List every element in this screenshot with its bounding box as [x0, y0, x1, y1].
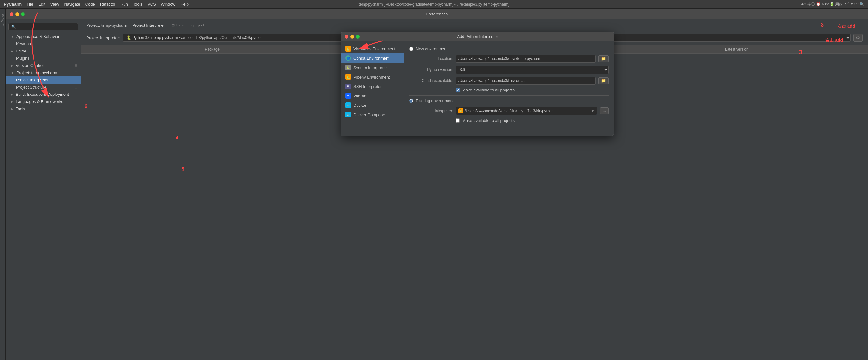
- traffic-lights: [10, 12, 25, 16]
- interpreter-dropdown[interactable]: 🐍 /Users/z▪▪▪▪naconda3/envs/sina_py_tf1-…: [456, 107, 597, 115]
- menu-refactor[interactable]: Refactor: [100, 2, 115, 7]
- left-strip: 1: Project: [0, 9, 6, 360]
- dialog-content: New environment Location: 📁 Python versi…: [404, 41, 614, 136]
- sidebar-item-label: Project Interpreter: [16, 78, 49, 82]
- expand-icon: ▶: [11, 93, 13, 96]
- breadcrumb-parent: Project: temp-pycharm: [86, 23, 127, 28]
- sidebar-item-label: Appearance & Behavior: [16, 34, 59, 39]
- location-label: Location:: [409, 57, 453, 61]
- expand-icon: ▶: [11, 107, 13, 111]
- system-icon: 🐍: [345, 65, 351, 71]
- dialog-nav: 🐍 Virtualenv Environment 🔵 Conda Environ…: [341, 41, 404, 136]
- menu-edit[interactable]: Edit: [38, 2, 45, 7]
- sidebar-item-build[interactable]: ▶ Build, Execution, Deployment: [6, 91, 81, 98]
- make-available-label: Make available to all projects: [462, 88, 515, 92]
- nav-docker[interactable]: 🐳 Docker: [341, 101, 404, 110]
- new-environment-radio[interactable]: [409, 47, 413, 51]
- sidebar-item-languages[interactable]: ▶ Languages & Frameworks: [6, 98, 81, 105]
- sidebar-item-project[interactable]: ▼ Project: temp-pycharm ⊞: [6, 69, 81, 76]
- interpreter-dropdown-value: /Users/z▪▪▪▪naconda3/envs/sina_py_tf1-13…: [465, 109, 554, 113]
- breadcrumb-current: Project Interpreter: [132, 23, 165, 28]
- preferences-title: Preferences: [426, 11, 448, 16]
- location-input[interactable]: [456, 55, 596, 62]
- nav-docker-compose[interactable]: 🐳 Docker Compose: [341, 110, 404, 119]
- sidebar-item-label: Languages & Frameworks: [16, 99, 63, 104]
- window-title: temp-pycharm [~/Desktop/code-graduate/te…: [359, 2, 509, 7]
- sidebar-item-editor[interactable]: ▶ Editor: [6, 48, 81, 55]
- for-current-project: ⊞ For current project: [172, 23, 204, 27]
- nav-label: SSH Interpreter: [353, 84, 382, 89]
- menu-window[interactable]: Window: [161, 2, 175, 7]
- add-interpreter-dialog: Add Python Interpreter 🐍 Virtualenv Envi…: [341, 32, 614, 136]
- conda-icon: 🔵: [345, 55, 351, 61]
- make-available2-row: Make available to all projects: [409, 118, 609, 123]
- expand-icon: ▼: [11, 71, 14, 75]
- nav-virtualenv[interactable]: 🐍 Virtualenv Environment: [341, 44, 404, 53]
- dialog-body: 🐍 Virtualenv Environment 🔵 Conda Environ…: [341, 41, 614, 136]
- menu-code[interactable]: Code: [85, 2, 95, 7]
- maximize-button[interactable]: [21, 12, 25, 16]
- menu-view[interactable]: View: [50, 2, 59, 7]
- dialog-close-button[interactable]: [345, 35, 348, 39]
- virtualenv-icon: 🐍: [345, 46, 351, 52]
- conda-executable-label: Conda executable:: [409, 79, 453, 83]
- preferences-titlebar: Preferences: [6, 9, 868, 19]
- close-button[interactable]: [10, 12, 13, 16]
- menu-file[interactable]: File: [27, 2, 33, 7]
- sidebar-item-label: Build, Execution, Deployment: [16, 92, 69, 97]
- preferences-body: ▼ Appearance & Behavior Keymap ▶ Editor …: [6, 19, 868, 360]
- expand-icon: ▶: [11, 64, 13, 67]
- make-available2-label: Make available to all projects: [462, 118, 515, 123]
- nav-pipenv[interactable]: 🐍 Pipenv Environment: [341, 72, 404, 82]
- pipenv-icon: 🐍: [345, 74, 351, 80]
- sidebar-item-plugins[interactable]: Plugins: [6, 55, 81, 62]
- make-available-checkbox[interactable]: [456, 88, 460, 92]
- existing-environment-radio[interactable]: [409, 99, 413, 103]
- nav-label: Pipenv Environment: [353, 75, 390, 80]
- menu-help[interactable]: Help: [180, 2, 189, 7]
- sidebar-item-project-structure[interactable]: Project Structure ⊞: [6, 84, 81, 91]
- menu-navigate[interactable]: Navigate: [64, 2, 80, 7]
- nav-vagrant[interactable]: V Vagrant: [341, 91, 404, 101]
- minimize-button[interactable]: [16, 12, 19, 16]
- dialog-title: Add Python Interpreter: [457, 34, 498, 39]
- python-version-select[interactable]: 3.6: [456, 66, 609, 74]
- sidebar-item-version-control[interactable]: ▶ Version Control ⊞: [6, 62, 81, 69]
- python-version-label: Python version:: [409, 67, 453, 72]
- sidebar-item-appearance[interactable]: ▼ Appearance & Behavior: [6, 33, 81, 40]
- menu-vcs[interactable]: VCS: [147, 2, 156, 7]
- ssh-icon: 🖥: [345, 84, 351, 89]
- nav-conda[interactable]: 🔵 Conda Environment: [341, 53, 404, 63]
- divider: [409, 95, 609, 96]
- dots-button[interactable]: ···: [600, 107, 609, 114]
- nav-ssh[interactable]: 🖥 SSH Interpreter: [341, 82, 404, 91]
- dialog-minimize-button[interactable]: [350, 35, 354, 39]
- search-input[interactable]: [8, 23, 79, 30]
- menu-tools[interactable]: Tools: [133, 2, 143, 7]
- sidebar-item-keymap[interactable]: Keymap: [6, 40, 81, 48]
- python-version-row: Python version: 3.6: [409, 66, 609, 74]
- conda-executable-input[interactable]: [456, 77, 596, 84]
- breadcrumb-separator: ›: [129, 23, 130, 28]
- location-browse-button[interactable]: 📁: [598, 55, 609, 62]
- copy-icon: ⊞: [74, 71, 77, 75]
- dialog-maximize-button[interactable]: [356, 35, 360, 39]
- mac-menu: PyCharm File Edit View Navigate Code Ref…: [4, 2, 189, 7]
- existing-environment-row: Existing environment: [409, 98, 609, 103]
- sidebar-item-label: Version Control: [16, 63, 43, 68]
- preferences-content: Project: temp-pycharm › Project Interpre…: [81, 19, 868, 360]
- make-available2-checkbox[interactable]: [456, 118, 460, 122]
- expand-icon: ▶: [11, 100, 13, 103]
- menu-pycharm[interactable]: PyCharm: [4, 2, 22, 7]
- nav-label: Vagrant: [353, 93, 368, 98]
- menu-run[interactable]: Run: [120, 2, 128, 7]
- conda-browse-button[interactable]: 📁: [598, 77, 609, 84]
- docker-icon: 🐳: [345, 103, 351, 108]
- nav-system[interactable]: 🐍 System Interpreter: [341, 63, 404, 72]
- nav-label: System Interpreter: [353, 65, 387, 70]
- sidebar-item-label: Plugins: [16, 56, 29, 61]
- sidebar-item-project-interpreter[interactable]: Project Interpreter ⊞: [6, 76, 81, 84]
- interpreter-select-label: Interpreter:: [409, 109, 453, 113]
- sidebar-item-tools[interactable]: ▶ Tools: [6, 105, 81, 112]
- sidebar-item-label: Project Structure: [16, 85, 46, 89]
